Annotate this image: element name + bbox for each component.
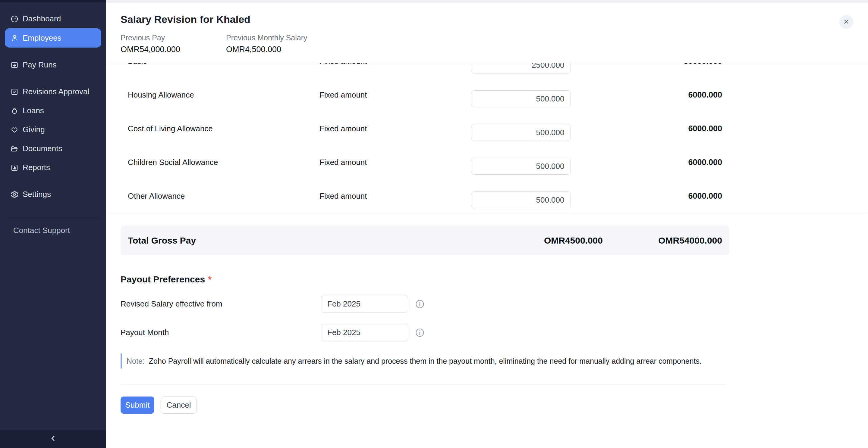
salary-components-rows: Basic Fixed amount 30000.000 Housing All… xyxy=(121,63,730,213)
sidebar-item-label: Dashboard xyxy=(23,14,61,24)
sidebar-item-settings[interactable]: Settings xyxy=(5,185,101,204)
table-row-other-allowance: Other Allowance Fixed amount 6000.000 xyxy=(121,179,730,213)
revised-salary-effective-from-input[interactable] xyxy=(321,295,408,313)
sidebar-item-label: Loans xyxy=(23,106,44,115)
cancel-button[interactable]: Cancel xyxy=(161,397,196,414)
note-text: Zoho Payroll will automatically calculat… xyxy=(149,357,702,366)
sidebar-item-label: Settings xyxy=(23,190,51,199)
sidebar-item-loans[interactable]: Loans xyxy=(5,101,101,120)
total-monthly-value: OMR4500.000 xyxy=(482,235,603,246)
sidebar-item-label: Employees xyxy=(23,33,61,43)
sidebar-collapse-button[interactable] xyxy=(0,430,106,448)
previous-pay-block: Previous Pay OMR54,000.000 xyxy=(121,33,226,54)
page-background-strip xyxy=(106,0,868,3)
previous-pay-label: Previous Pay xyxy=(121,33,226,42)
table-row-housing-allowance: Housing Allowance Fixed amount 6000.000 xyxy=(121,78,730,112)
submit-button[interactable]: Submit xyxy=(121,397,154,414)
info-icon[interactable] xyxy=(415,299,425,309)
total-gross-pay-bar: Total Gross Pay OMR4500.000 OMR54000.000 xyxy=(121,226,730,255)
monthly-amount-input[interactable] xyxy=(471,90,571,107)
chevron-left-icon xyxy=(49,434,58,444)
sidebar-item-label: Pay Runs xyxy=(23,60,57,70)
component-name: Other Allowance xyxy=(128,192,319,201)
table-row-basic: Basic Fixed amount 30000.000 xyxy=(121,63,730,78)
form-actions: Submit Cancel xyxy=(121,397,868,414)
page-title: Salary Revision for Khaled xyxy=(121,13,868,25)
contact-support-link[interactable]: Contact Support xyxy=(13,226,106,235)
component-type: Fixed amount xyxy=(319,63,471,66)
sidebar-nav: Dashboard Employees Pay Runs xyxy=(0,2,106,204)
total-gross-pay-label: Total Gross Pay xyxy=(128,235,482,246)
payout-preferences-title: Payout Preferences xyxy=(121,274,205,284)
pay-runs-icon xyxy=(10,61,19,69)
dashboard-icon xyxy=(10,15,19,23)
payout-month-input[interactable] xyxy=(321,324,408,341)
table-row-children-social-allowance: Children Social Allowance Fixed amount 6… xyxy=(121,145,730,179)
monthly-amount-input[interactable] xyxy=(471,192,571,208)
payout-preferences-section: Payout Preferences* Revised Salary effec… xyxy=(106,255,868,341)
component-type: Fixed amount xyxy=(319,124,471,133)
close-icon xyxy=(843,18,850,26)
sidebar-top-cap xyxy=(0,0,106,2)
payout-month-label: Payout Month xyxy=(121,328,321,337)
employees-icon xyxy=(10,34,19,42)
component-type: Fixed amount xyxy=(319,192,471,201)
component-name: Basic xyxy=(128,63,319,66)
close-button[interactable] xyxy=(839,15,853,29)
modal-header: Salary Revision for Khaled Previous Pay … xyxy=(106,3,868,63)
previous-salary-summary: Previous Pay OMR54,000.000 Previous Mont… xyxy=(121,33,868,54)
previous-monthly-salary-value: OMR4,500.000 xyxy=(226,44,332,54)
giving-icon xyxy=(10,126,19,134)
info-icon[interactable] xyxy=(415,328,425,338)
payout-month-row: Payout Month xyxy=(121,324,868,341)
sidebar-item-employees[interactable]: Employees xyxy=(5,28,101,47)
component-type: Fixed amount xyxy=(319,158,471,167)
table-row-cost-of-living-allowance: Cost of Living Allowance Fixed amount 60… xyxy=(121,112,730,145)
revisions-approval-icon xyxy=(10,88,19,96)
revised-salary-effective-from-row: Revised Salary effective from xyxy=(121,295,868,313)
sidebar: Dashboard Employees Pay Runs xyxy=(0,0,106,448)
loans-icon xyxy=(10,107,19,115)
monthly-amount-input[interactable] xyxy=(471,158,571,175)
salary-revision-panel: Salary Revision for Khaled Previous Pay … xyxy=(106,0,868,448)
component-name: Children Social Allowance xyxy=(128,158,319,167)
sidebar-item-label: Reports xyxy=(23,163,50,172)
sidebar-item-label: Documents xyxy=(23,144,62,153)
total-annual-value: OMR54000.000 xyxy=(603,235,722,246)
settings-icon xyxy=(10,190,19,199)
monthly-amount-input[interactable] xyxy=(471,124,571,141)
sidebar-divider xyxy=(7,219,99,219)
annual-amount: 6000.000 xyxy=(571,124,722,133)
sidebar-item-documents[interactable]: Documents xyxy=(5,139,101,158)
sidebar-item-label: Revisions Approval xyxy=(23,87,89,96)
reports-icon xyxy=(10,164,19,172)
previous-monthly-salary-block: Previous Monthly Salary OMR4,500.000 xyxy=(226,33,332,54)
previous-pay-value: OMR54,000.000 xyxy=(121,44,226,54)
payout-preferences-heading: Payout Preferences* xyxy=(121,274,868,285)
sidebar-item-giving[interactable]: Giving xyxy=(5,120,101,139)
annual-amount: 6000.000 xyxy=(571,192,722,201)
annual-amount: 30000.000 xyxy=(571,63,722,66)
required-asterisk: * xyxy=(208,274,212,284)
annual-amount: 6000.000 xyxy=(571,90,722,100)
sidebar-item-reports[interactable]: Reports xyxy=(5,158,101,177)
note-label: Note: xyxy=(127,357,145,366)
salary-components-table: Basic Fixed amount 30000.000 Housing All… xyxy=(106,63,868,213)
annual-amount: 6000.000 xyxy=(571,158,722,167)
documents-icon xyxy=(10,144,19,153)
previous-monthly-salary-label: Previous Monthly Salary xyxy=(226,33,332,42)
component-type: Fixed amount xyxy=(319,90,471,100)
sidebar-item-label: Giving xyxy=(23,125,45,134)
sidebar-item-pay-runs[interactable]: Pay Runs xyxy=(5,56,101,74)
component-name: Housing Allowance xyxy=(128,90,319,100)
sidebar-item-dashboard[interactable]: Dashboard xyxy=(5,9,101,28)
component-name: Cost of Living Allowance xyxy=(128,124,319,133)
arrears-note: Note: Zoho Payroll will automatically ca… xyxy=(121,353,868,369)
monthly-amount-input[interactable] xyxy=(471,63,571,73)
sidebar-item-revisions-approval[interactable]: Revisions Approval xyxy=(5,82,101,101)
revised-salary-effective-from-label: Revised Salary effective from xyxy=(121,299,321,309)
footer-divider xyxy=(121,384,726,384)
